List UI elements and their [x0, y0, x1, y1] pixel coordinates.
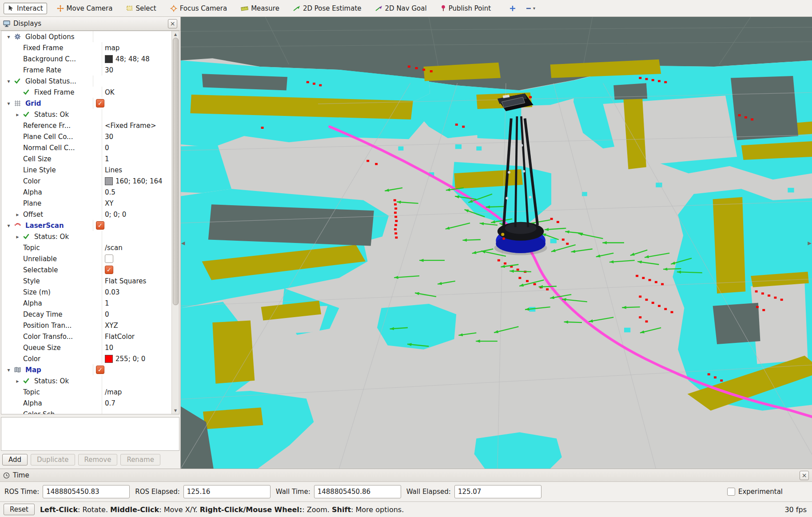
tree-row-alpha[interactable]: Alpha1 — [1, 298, 171, 309]
remove-button[interactable]: Remove — [78, 454, 118, 465]
tree-row-map[interactable]: ▾Map — [1, 364, 171, 375]
tree-row-size-m[interactable]: Size (m)0.03 — [1, 286, 171, 298]
property-value-cell[interactable] — [102, 409, 171, 414]
tree-row-color[interactable]: Color160; 160; 164 — [1, 175, 171, 187]
expander-open-icon[interactable]: ▾ — [5, 34, 12, 40]
experimental-checkbox[interactable] — [727, 488, 735, 496]
property-value-cell[interactable] — [93, 76, 171, 87]
property-value-cell[interactable]: XYZ — [102, 320, 171, 331]
enabled-checkbox[interactable] — [105, 255, 113, 263]
tree-row-plane-cell-co[interactable]: Plane Cell Co...30 — [1, 131, 171, 142]
property-value-cell[interactable]: 0 — [102, 309, 171, 320]
tree-row-decay-time[interactable]: Decay Time0 — [1, 309, 171, 320]
tree-row-alpha[interactable]: Alpha0.7 — [1, 398, 171, 409]
3d-viewport[interactable]: ◀ ▶ — [181, 17, 812, 469]
tree-row-global-status[interactable]: ▾Global Status... — [1, 76, 171, 87]
scroll-up-icon[interactable]: ▲ — [174, 32, 177, 36]
tree-row-fixed-frame[interactable]: Fixed FrameOK — [1, 87, 171, 98]
property-value-cell[interactable]: 30 — [102, 64, 171, 76]
tree-row-status-ok[interactable]: ▸Status: Ok — [1, 231, 171, 242]
tool-move-camera[interactable]: Move Camera — [53, 3, 117, 14]
property-value-cell[interactable]: 0.5 — [102, 187, 171, 198]
tool-2d-pose-estimate[interactable]: 2D Pose Estimate — [289, 3, 366, 14]
color-swatch[interactable] — [105, 355, 113, 363]
ros-time-input[interactable] — [43, 485, 130, 498]
scrollbar-thumb[interactable] — [173, 38, 179, 305]
expander-open-icon[interactable]: ▾ — [5, 223, 12, 229]
time-panel-close-button[interactable]: × — [800, 471, 809, 480]
scroll-down-icon[interactable]: ▼ — [174, 409, 177, 413]
tree-row-line-style[interactable]: Line StyleLines — [1, 164, 171, 175]
property-value-cell[interactable] — [102, 109, 171, 120]
color-swatch[interactable] — [105, 177, 113, 185]
color-swatch[interactable] — [105, 55, 113, 63]
property-value-cell[interactable]: XY — [102, 198, 171, 209]
property-value-cell[interactable]: 0; 0; 0 — [102, 209, 171, 220]
property-value-cell[interactable] — [93, 98, 171, 109]
tree-row-fixed-frame[interactable]: Fixed Framemap — [1, 42, 171, 53]
tree-row-background-c[interactable]: Background C...48; 48; 48 — [1, 53, 171, 64]
property-value-cell[interactable] — [102, 264, 171, 275]
rename-button[interactable]: Rename — [120, 454, 160, 465]
expander-open-icon[interactable]: ▾ — [5, 367, 12, 373]
tool-select[interactable]: Select — [122, 3, 160, 14]
tree-row-grid[interactable]: ▾Grid — [1, 98, 171, 109]
reset-button[interactable]: Reset — [4, 504, 35, 515]
displays-tree-scrollbar[interactable]: ▲ ▼ — [171, 31, 179, 414]
tree-row-topic[interactable]: Topic/scan — [1, 242, 171, 253]
plus-tool-button[interactable] — [507, 4, 518, 13]
displays-close-button[interactable]: × — [168, 19, 177, 28]
property-value-cell[interactable]: 160; 160; 164 — [102, 175, 171, 187]
property-value-cell[interactable] — [102, 253, 171, 264]
property-value-cell[interactable] — [93, 364, 171, 375]
minus-tool-button[interactable]: ▾ — [523, 4, 538, 13]
tree-row-unreliable[interactable]: Unreliable — [1, 253, 171, 264]
property-value-cell[interactable]: 0.7 — [102, 398, 171, 409]
property-value-cell[interactable]: 0 — [102, 142, 171, 153]
property-value-cell[interactable]: 0.03 — [102, 286, 171, 298]
property-value-cell[interactable]: OK — [102, 87, 171, 98]
property-value-cell[interactable]: Lines — [102, 164, 171, 175]
tree-row-cell-size[interactable]: Cell Size1 — [1, 153, 171, 164]
property-value-cell[interactable] — [93, 31, 171, 42]
property-value-cell[interactable]: 48; 48; 48 — [102, 53, 171, 64]
tree-row-global-options[interactable]: ▾Global Options — [1, 31, 171, 42]
enabled-checkbox[interactable] — [96, 366, 104, 374]
tree-row-alpha[interactable]: Alpha0.5 — [1, 187, 171, 198]
property-value-cell[interactable]: 10 — [102, 342, 171, 353]
expander-closed-icon[interactable]: ▸ — [14, 211, 21, 218]
tree-row-style[interactable]: StyleFlat Squares — [1, 275, 171, 286]
tree-row-color[interactable]: Color255; 0; 0 — [1, 353, 171, 364]
tool-focus-camera[interactable]: Focus Camera — [166, 3, 231, 14]
property-value-cell[interactable]: /map — [102, 386, 171, 398]
tool-measure[interactable]: Measure — [237, 3, 283, 14]
property-value-cell[interactable]: Flat Squares — [102, 275, 171, 286]
tool-2d-nav-goal[interactable]: 2D Nav Goal — [371, 3, 431, 14]
property-value-cell[interactable] — [102, 231, 171, 242]
tree-row-color-transfo[interactable]: Color Transfo...FlatColor — [1, 331, 171, 342]
expander-open-icon[interactable]: ▾ — [5, 100, 12, 107]
expander-closed-icon[interactable]: ▸ — [14, 378, 21, 384]
property-value-cell[interactable]: 1 — [102, 153, 171, 164]
property-value-cell[interactable]: <Fixed Frame> — [102, 120, 171, 131]
wall-elapsed-input[interactable] — [454, 485, 541, 498]
property-value-cell[interactable] — [93, 220, 171, 231]
tree-row-queue-size[interactable]: Queue Size10 — [1, 342, 171, 353]
tree-row-status-ok[interactable]: ▸Status: Ok — [1, 109, 171, 120]
property-value-cell[interactable]: /scan — [102, 242, 171, 253]
tree-row-laserscan[interactable]: ▾LaserScan — [1, 220, 171, 231]
tree-row-offset[interactable]: ▸Offset0; 0; 0 — [1, 209, 171, 220]
expander-closed-icon[interactable]: ▸ — [14, 111, 21, 118]
expander-open-icon[interactable]: ▾ — [5, 78, 12, 84]
panel-collapse-left-icon[interactable]: ◀ — [181, 240, 185, 246]
panel-collapse-right-icon[interactable]: ▶ — [808, 240, 812, 246]
duplicate-button[interactable]: Duplicate — [31, 454, 75, 465]
property-value-cell[interactable]: 255; 0; 0 — [102, 353, 171, 364]
tree-row-selectable[interactable]: Selectable — [1, 264, 171, 275]
expander-closed-icon[interactable]: ▸ — [14, 234, 21, 240]
enabled-checkbox[interactable] — [96, 99, 104, 107]
property-value-cell[interactable]: FlatColor — [102, 331, 171, 342]
add-button[interactable]: Add — [2, 454, 28, 465]
enabled-checkbox[interactable] — [96, 221, 104, 230]
property-value-cell[interactable]: 30 — [102, 131, 171, 142]
